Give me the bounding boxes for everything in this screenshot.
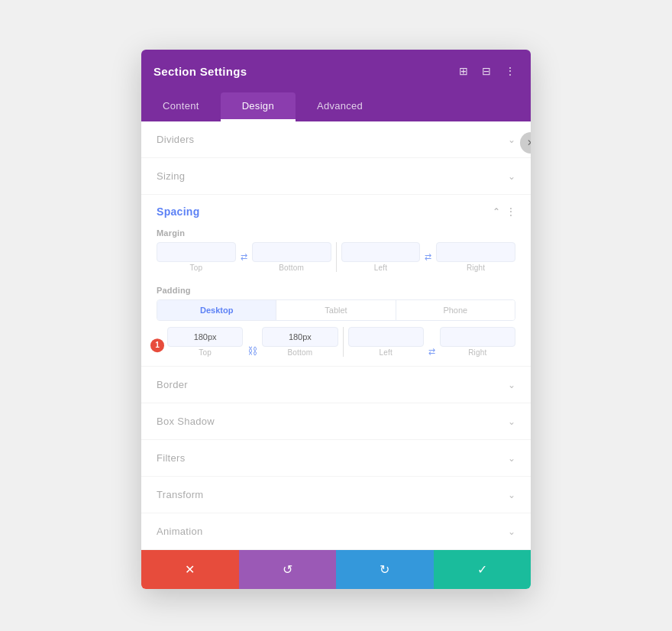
margin-link-icon-2[interactable]: ⇄ [423, 242, 433, 272]
margin-right-label: Right [467, 264, 485, 272]
section-settings-panel: Section Settings ⊞ ⊟ ⋮ Content Design Ad… [141, 50, 531, 589]
margin-bottom-input[interactable] [252, 242, 331, 262]
tab-design[interactable]: Design [221, 92, 296, 121]
animation-label: Animation [157, 526, 203, 537]
tabs-bar: Content Design Advanced [141, 92, 531, 121]
spacing-title: Spacing [157, 205, 200, 218]
device-tabs: Desktop Tablet Phone [157, 299, 515, 321]
padding-bottom-input[interactable] [262, 327, 338, 347]
step-badge: 1 [150, 338, 164, 352]
box-shadow-label: Box Shadow [157, 416, 215, 427]
fullscreen-icon[interactable]: ⊞ [456, 63, 471, 79]
animation-chevron: ⌄ [508, 526, 515, 537]
padding-bottom-cell: Bottom [262, 327, 338, 357]
transform-section[interactable]: Transform ⌄ [141, 477, 531, 513]
device-tab-phone[interactable]: Phone [396, 300, 515, 320]
filters-chevron: ⌄ [508, 453, 515, 464]
panel-footer: ✕ ↺ ↻ ✓ [141, 550, 531, 589]
margin-left-label: Left [374, 264, 387, 272]
margin-left-input[interactable] [341, 242, 421, 262]
save-button[interactable]: ✓ [434, 550, 531, 589]
padding-bottom-label: Bottom [287, 348, 312, 357]
margin-top-label: Top [190, 264, 203, 272]
padding-link-icon[interactable]: ⛓ [246, 345, 259, 357]
padding-top-input[interactable] [167, 327, 243, 347]
device-tab-tablet[interactable]: Tablet [276, 300, 396, 320]
spacing-collapse-icon[interactable]: ⌃ [493, 206, 500, 217]
sizing-section[interactable]: Sizing ⌄ [141, 158, 531, 195]
more-icon[interactable]: ⋮ [502, 63, 519, 79]
padding-left-cell: Left [348, 327, 424, 357]
box-shadow-chevron: ⌄ [508, 416, 515, 427]
transform-chevron: ⌄ [508, 490, 515, 500]
border-chevron: ⌄ [508, 380, 515, 390]
filters-label: Filters [157, 452, 186, 464]
panel-body: Dividers ⌄ Sizing ⌄ Spacing ⌃ ⋮ Margin [141, 121, 531, 550]
padding-top-cell: Top [167, 327, 243, 357]
margin-top-input[interactable] [157, 242, 236, 262]
margin-bottom-label: Bottom [279, 264, 304, 272]
border-label: Border [157, 379, 188, 390]
margin-group: Margin Top ⇄ Bottom Left [141, 225, 531, 283]
spacing-section: Spacing ⌃ ⋮ Margin Top ⇄ Botto [141, 195, 531, 367]
spacing-more-icon[interactable]: ⋮ [506, 206, 515, 217]
panel-title: Section Settings [153, 65, 247, 78]
filters-section[interactable]: Filters ⌄ [141, 440, 531, 477]
spacing-header-icons: ⌃ ⋮ [493, 206, 515, 217]
split-icon[interactable]: ⊟ [479, 63, 494, 79]
padding-right-input[interactable] [440, 327, 515, 347]
padding-top-label: Top [199, 348, 212, 357]
transform-label: Transform [157, 489, 203, 500]
dividers-label: Dividers [157, 134, 194, 145]
header-icons: ⊞ ⊟ ⋮ [456, 63, 519, 79]
undo-button[interactable]: ↺ [239, 550, 337, 589]
margin-left-cell: Left [341, 242, 421, 272]
padding-left-input[interactable] [348, 327, 424, 347]
margin-bottom-cell: Bottom [252, 242, 331, 272]
margin-label: Margin [157, 228, 515, 238]
cancel-button[interactable]: ✕ [141, 550, 239, 589]
margin-right-input[interactable] [436, 242, 515, 262]
animation-section[interactable]: Animation ⌄ [141, 513, 531, 550]
margin-right-cell: Right [436, 242, 515, 272]
padding-inputs-row: 1 Top ⛓ Bottom Left ⇄ Right [141, 327, 531, 366]
margin-inputs: Top ⇄ Bottom Left ⇄ Right [157, 242, 515, 272]
sizing-chevron: ⌄ [508, 171, 515, 182]
margin-top-cell: Top [157, 242, 236, 272]
padding-right-cell: Right [440, 327, 515, 357]
padding-separator [343, 327, 344, 357]
padding-right-label: Right [468, 348, 486, 357]
margin-separator [336, 242, 337, 272]
dividers-section[interactable]: Dividers ⌄ [141, 121, 531, 158]
dividers-chevron: ⌄ [508, 134, 515, 145]
border-section[interactable]: Border ⌄ [141, 367, 531, 403]
panel-header: Section Settings ⊞ ⊟ ⋮ [141, 50, 531, 92]
padding-link-icon-2[interactable]: ⇄ [427, 347, 437, 357]
tab-content[interactable]: Content [141, 92, 221, 121]
sizing-label: Sizing [157, 170, 185, 182]
tab-advanced[interactable]: Advanced [296, 92, 384, 121]
padding-left-label: Left [379, 348, 392, 357]
padding-label: Padding [157, 286, 515, 295]
redo-button[interactable]: ↻ [336, 550, 434, 589]
padding-label-group: Padding [141, 283, 531, 295]
spacing-header: Spacing ⌃ ⋮ [141, 195, 531, 225]
device-tab-desktop[interactable]: Desktop [157, 300, 276, 320]
box-shadow-section[interactable]: Box Shadow ⌄ [141, 403, 531, 440]
margin-link-icon[interactable]: ⇄ [239, 242, 249, 272]
